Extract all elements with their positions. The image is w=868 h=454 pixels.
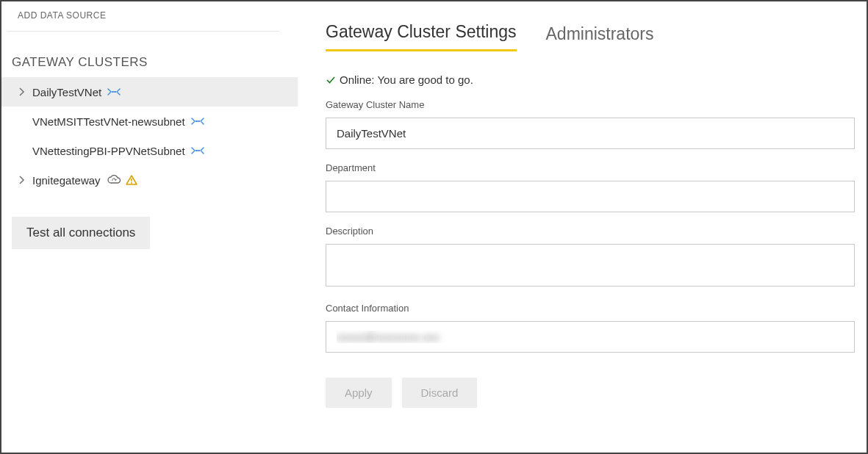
gateway-clusters-header: GATEWAY CLUSTERS	[1, 32, 298, 77]
checkmark-icon	[326, 75, 336, 85]
apply-button[interactable]: Apply	[326, 378, 392, 408]
sidebar: ADD DATA SOURCE GATEWAY CLUSTERS DailyTe…	[1, 1, 298, 453]
gateway-item-label: VNettestingPBI-PPVNetSubnet	[32, 145, 185, 157]
main-panel: Gateway Cluster Settings Administrators …	[298, 1, 867, 453]
chevron-right-icon[interactable]	[18, 87, 26, 96]
network-icon	[191, 146, 204, 155]
contact-input[interactable]	[326, 321, 855, 353]
gateway-cluster-list: DailyTestVNet VNetMSITTestVNet-newsubnet…	[1, 77, 298, 195]
action-row: Apply Discard	[326, 378, 855, 408]
gateway-item-dailytestvnet[interactable]: DailyTestVNet	[1, 77, 298, 107]
status-row: Online: You are good to go.	[326, 73, 855, 86]
gateway-item-label: DailyTestVNet	[32, 86, 101, 98]
gateway-item-label: Ignitegateway	[32, 174, 101, 187]
field-contact: Contact Information	[326, 303, 855, 353]
tab-administrators[interactable]: Administrators	[546, 24, 654, 51]
svg-point-2	[196, 120, 197, 122]
description-input[interactable]	[326, 244, 855, 287]
chevron-right-icon[interactable]	[18, 176, 26, 184]
discard-button[interactable]: Discard	[402, 378, 478, 408]
department-input[interactable]	[326, 181, 855, 212]
field-department: Department	[326, 162, 855, 212]
svg-point-7	[131, 182, 132, 184]
network-icon	[107, 87, 121, 96]
svg-point-5	[198, 150, 200, 151]
add-data-source-link[interactable]: ADD DATA SOURCE	[7, 7, 279, 32]
cloud-sync-icon	[107, 175, 121, 185]
gateway-item-vnettestingpbi[interactable]: VNettestingPBI-PPVNetSubnet	[1, 136, 298, 165]
description-label: Description	[326, 226, 855, 237]
test-all-connections-button[interactable]: Test all connections	[12, 217, 150, 249]
tab-bar: Gateway Cluster Settings Administrators	[326, 22, 855, 51]
svg-point-0	[112, 91, 113, 93]
gateway-item-label: VNetMSITTestVNet-newsubnet	[32, 115, 185, 128]
warning-icon	[126, 175, 137, 185]
svg-point-3	[198, 120, 200, 122]
svg-point-1	[115, 91, 116, 93]
status-text: Online: You are good to go.	[340, 73, 473, 86]
network-icon	[191, 117, 204, 126]
department-label: Department	[326, 162, 855, 173]
cluster-name-input[interactable]	[326, 118, 855, 149]
gateway-item-ignitegateway[interactable]: Ignitegateway	[1, 165, 298, 195]
field-description: Description	[326, 226, 855, 289]
field-cluster-name: Gateway Cluster Name	[326, 99, 855, 149]
svg-point-4	[196, 150, 197, 151]
gateway-item-vnetmsit[interactable]: VNetMSITTestVNet-newsubnet	[1, 107, 298, 136]
cluster-name-label: Gateway Cluster Name	[326, 99, 855, 110]
tab-gateway-cluster-settings[interactable]: Gateway Cluster Settings	[326, 22, 517, 51]
contact-label: Contact Information	[326, 303, 855, 314]
